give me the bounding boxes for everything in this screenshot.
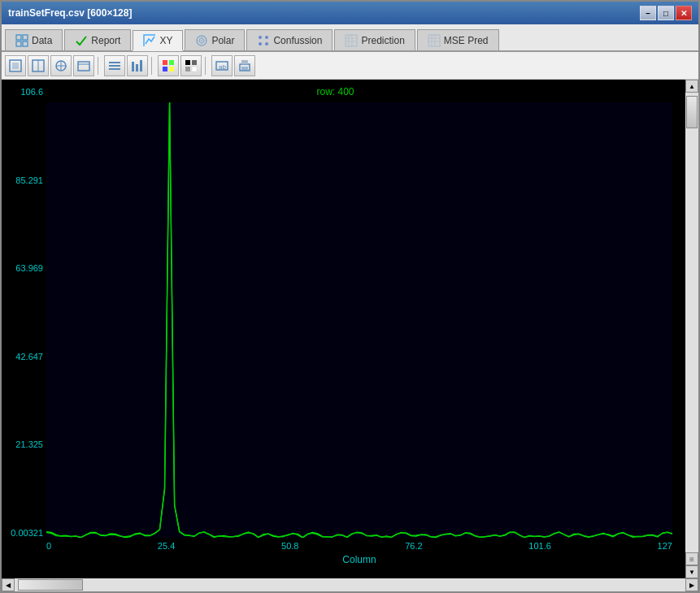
svg-rect-0 xyxy=(16,35,21,40)
svg-rect-40 xyxy=(169,67,174,71)
toolbar-btn-label[interactable]: ab xyxy=(211,55,233,76)
svg-rect-38 xyxy=(169,60,174,65)
toolbar-btn-bw[interactable] xyxy=(180,55,202,76)
y-label-3: 63.969 xyxy=(2,264,46,273)
y-label-4: 85.291 xyxy=(2,176,46,185)
tab-confussion-label: Confussion xyxy=(273,35,322,46)
tab-polar[interactable]: Polar xyxy=(185,29,245,50)
scrollbar-horizontal[interactable]: ◀ ▶ xyxy=(2,578,698,591)
toolbar-sep-1 xyxy=(98,57,101,75)
svg-rect-44 xyxy=(192,67,197,71)
maximize-button[interactable]: □ xyxy=(658,6,674,20)
scroll-middle-button[interactable]: ≡ xyxy=(685,552,698,565)
tab-prediction[interactable]: Prediction xyxy=(334,29,415,50)
toolbar-btn-color[interactable] xyxy=(158,55,179,76)
tab-data-label: Data xyxy=(32,35,52,46)
scroll-up-button[interactable]: ▲ xyxy=(685,80,698,93)
svg-text:ab: ab xyxy=(219,63,226,71)
svg-rect-2 xyxy=(16,41,21,46)
tab-report-label: Report xyxy=(91,35,120,46)
toolbar: ab xyxy=(2,52,698,80)
svg-point-9 xyxy=(265,36,268,39)
y-label-0: 0.00321 xyxy=(2,529,46,538)
x-label-1: 25.4 xyxy=(158,541,175,551)
x-label-5: 127 xyxy=(658,541,672,551)
svg-rect-36 xyxy=(140,60,142,71)
toolbar-btn-2[interactable] xyxy=(28,55,49,76)
x-axis-title: Column xyxy=(46,554,672,565)
svg-point-8 xyxy=(259,36,262,39)
confussion-tab-icon xyxy=(257,34,270,47)
tab-bar: Data Report XY Polar Confussion xyxy=(2,24,698,52)
x-label-2: 50.8 xyxy=(281,541,298,551)
x-labels: 0 25.4 50.8 76.2 101.6 127 xyxy=(46,538,672,551)
tab-data[interactable]: Data xyxy=(5,29,63,50)
svg-rect-23 xyxy=(12,63,19,69)
scroll-down-button[interactable]: ▼ xyxy=(685,565,698,578)
prediction-tab-icon xyxy=(345,34,358,47)
scroll-thumb-v[interactable] xyxy=(686,96,698,128)
data-tab-icon xyxy=(15,34,28,47)
x-axis-container: 0 25.4 50.8 76.2 101.6 127 Column xyxy=(46,538,672,578)
scrollbar-vertical[interactable]: ▲ ≡ ▼ xyxy=(685,80,698,578)
toolbar-btn-1[interactable] xyxy=(5,55,26,76)
report-tab-icon xyxy=(75,34,88,47)
svg-rect-1 xyxy=(23,35,28,40)
svg-rect-41 xyxy=(185,60,190,65)
svg-rect-34 xyxy=(132,62,134,71)
tab-polar-label: Polar xyxy=(211,35,234,46)
toolbar-btn-bars[interactable] xyxy=(127,55,148,76)
svg-rect-42 xyxy=(192,60,197,65)
scroll-track-v[interactable] xyxy=(685,93,698,552)
svg-rect-48 xyxy=(241,60,248,64)
scroll-right-button[interactable]: ▶ xyxy=(685,578,698,591)
tab-msepred[interactable]: MSE Pred xyxy=(417,29,499,50)
y-axis: 0.00321 21.325 42.647 63.969 85.291 106.… xyxy=(2,88,46,538)
tab-xy-label: XY xyxy=(159,35,172,46)
svg-rect-29 xyxy=(78,62,89,71)
polar-tab-icon xyxy=(195,34,208,47)
svg-rect-3 xyxy=(23,41,28,46)
y-label-5: 106.6 xyxy=(2,88,46,97)
toolbar-sep-3 xyxy=(205,57,208,75)
msepred-tab-icon xyxy=(428,34,441,47)
chart-container[interactable]: row: 400 0.00321 21.325 42.647 63.969 85… xyxy=(2,80,685,578)
toolbar-btn-lines[interactable] xyxy=(104,55,125,76)
x-label-3: 76.2 xyxy=(405,541,422,551)
scroll-track-h[interactable] xyxy=(15,578,685,591)
scroll-left-button[interactable]: ◀ xyxy=(2,578,15,591)
chart-panel: row: 400 0.00321 21.325 42.647 63.969 85… xyxy=(2,80,698,578)
tab-confussion[interactable]: Confussion xyxy=(246,29,333,50)
tab-prediction-label: Prediction xyxy=(361,35,404,46)
main-window: trainSetFreq.csv [600×128] – □ ✕ Data Re… xyxy=(0,0,700,593)
window-controls: – □ ✕ xyxy=(640,6,692,20)
x-label-0: 0 xyxy=(46,541,51,551)
svg-rect-37 xyxy=(163,60,167,65)
y-label-1: 21.325 xyxy=(2,440,46,449)
toolbar-btn-3[interactable] xyxy=(50,55,72,76)
toolbar-sep-2 xyxy=(151,57,154,75)
svg-rect-17 xyxy=(428,35,440,46)
xy-tab-icon xyxy=(143,34,156,47)
toolbar-btn-print[interactable] xyxy=(234,55,255,76)
tab-xy[interactable]: XY xyxy=(133,30,183,51)
toolbar-btn-4[interactable] xyxy=(73,55,94,76)
scroll-thumb-h[interactable] xyxy=(18,579,83,591)
tab-msepred-label: MSE Pred xyxy=(444,35,489,46)
minimize-button[interactable]: – xyxy=(640,6,656,20)
svg-rect-43 xyxy=(185,67,190,71)
svg-point-10 xyxy=(259,42,262,45)
svg-rect-39 xyxy=(163,67,167,71)
x-label-4: 101.6 xyxy=(528,541,551,551)
row-label: row: 400 xyxy=(2,86,669,97)
svg-rect-35 xyxy=(136,64,138,71)
y-label-2: 42.647 xyxy=(2,353,46,361)
close-button[interactable]: ✕ xyxy=(676,6,692,20)
window-title: trainSetFreq.csv [600×128] xyxy=(8,7,132,19)
svg-rect-12 xyxy=(346,35,357,46)
title-bar: trainSetFreq.csv [600×128] – □ ✕ xyxy=(2,2,698,24)
tab-report[interactable]: Report xyxy=(64,29,131,50)
svg-point-11 xyxy=(265,42,268,45)
chart-canvas[interactable] xyxy=(46,102,672,538)
